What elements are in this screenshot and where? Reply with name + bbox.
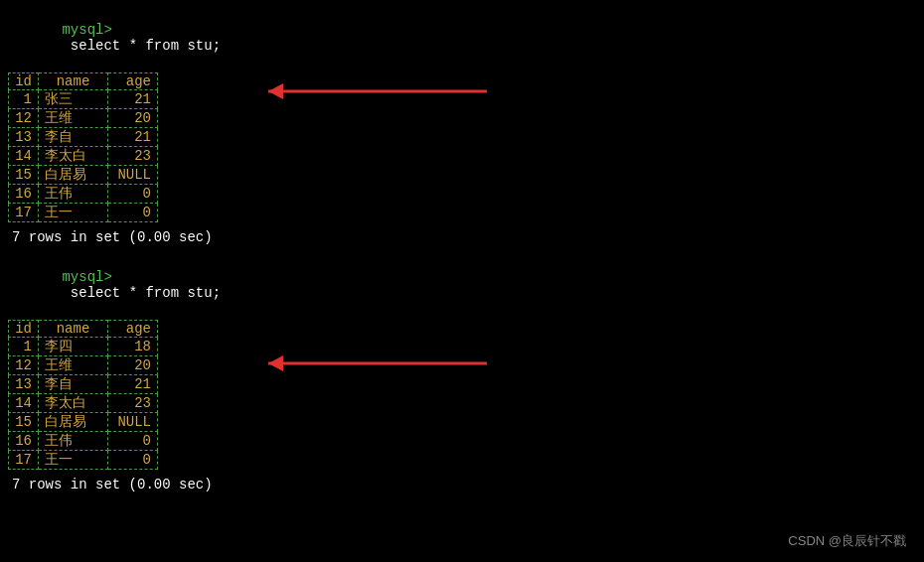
cell-age: NULL: [108, 413, 158, 432]
table-row: 16 王伟 0: [9, 185, 158, 204]
table-header-row-2: id name age: [9, 321, 158, 338]
cell-age: NULL: [108, 166, 158, 185]
csdn-watermark: CSDN @良辰针不戳: [788, 532, 906, 550]
cell-id: 13: [9, 375, 39, 394]
table-row: 16 王伟 0: [9, 432, 158, 451]
cell-id: 1: [9, 90, 39, 109]
table-row: 17 王一 0: [9, 451, 158, 470]
cell-age: 20: [108, 356, 158, 375]
table-row: 13 李自 21: [9, 375, 158, 394]
cell-id: 13: [9, 128, 39, 147]
cell-name: 白居易: [39, 166, 108, 185]
cell-id: 15: [9, 166, 39, 185]
cell-name: 王一: [39, 451, 108, 470]
cell-age: 21: [108, 375, 158, 394]
cell-name: 王伟: [39, 185, 108, 204]
cell-age: 23: [108, 394, 158, 413]
query-text-1: select * from stu;: [62, 38, 221, 54]
cell-name: 李自: [39, 375, 108, 394]
cell-age: 21: [108, 90, 158, 109]
cell-name: 李四: [39, 338, 108, 356]
header-name-2: name: [39, 321, 108, 338]
result-table-2: id name age 1 李四 18 12 王维 20 13 李自 21 14…: [8, 320, 158, 470]
cell-id: 16: [9, 432, 39, 451]
cell-name: 李自: [39, 128, 108, 147]
cell-id: 1: [9, 338, 39, 356]
cell-id: 17: [9, 451, 39, 470]
cell-age: 20: [108, 109, 158, 128]
result-summary-2: 7 rows in set (0.00 sec): [8, 477, 916, 492]
result-table-1: id name age 1 张三 21 12 王维 20 13 李自 21 14…: [8, 72, 158, 222]
cell-age: 0: [108, 432, 158, 451]
table-row: 13 李自 21: [9, 128, 158, 147]
terminal-window: mysql> select * from stu; id name age 1 …: [0, 0, 924, 562]
cell-age: 23: [108, 147, 158, 166]
header-age-1: age: [108, 73, 158, 90]
result-summary-1: 7 rows in set (0.00 sec): [8, 229, 916, 245]
cell-name: 王维: [39, 109, 108, 128]
cell-id: 12: [9, 109, 39, 128]
table-row: 1 张三 21: [9, 90, 158, 109]
cell-id: 12: [9, 356, 39, 375]
cell-age: 18: [108, 338, 158, 356]
query-block-1: mysql> select * from stu; id name age 1 …: [0, 0, 924, 245]
cell-name: 李太白: [39, 147, 108, 166]
table-row: 12 王维 20: [9, 109, 158, 128]
cell-age: 0: [108, 451, 158, 470]
cell-id: 15: [9, 413, 39, 432]
table-row: 17 王一 0: [9, 204, 158, 222]
mysql-prompt-1: mysql>: [62, 22, 111, 38]
cell-id: 14: [9, 394, 39, 413]
query-block-2: mysql> select * from stu; id name age 1 …: [0, 245, 924, 492]
header-id-2: id: [9, 321, 39, 338]
cell-age: 0: [108, 185, 158, 204]
cell-name: 李太白: [39, 394, 108, 413]
table-row: 15 白居易 NULL: [9, 166, 158, 185]
cell-age: 0: [108, 204, 158, 222]
header-name-1: name: [39, 73, 108, 90]
header-id-1: id: [9, 73, 39, 90]
table-wrapper-1: id name age 1 张三 21 12 王维 20 13 李自 21 14…: [8, 72, 158, 222]
prompt-line-2: mysql> select * from stu;: [8, 253, 916, 317]
cell-id: 14: [9, 147, 39, 166]
cell-name: 白居易: [39, 413, 108, 432]
cell-age: 21: [108, 128, 158, 147]
cell-name: 王伟: [39, 432, 108, 451]
prompt-line-1: mysql> select * from stu;: [8, 6, 916, 70]
table-row: 1 李四 18: [9, 338, 158, 356]
cell-name: 王一: [39, 204, 108, 222]
header-age-2: age: [108, 321, 158, 338]
cell-id: 16: [9, 185, 39, 204]
table-wrapper-2: id name age 1 李四 18 12 王维 20 13 李自 21 14…: [8, 320, 158, 470]
query-text-2: select * from stu;: [62, 285, 221, 301]
table-header-row-1: id name age: [9, 73, 158, 90]
cell-id: 17: [9, 204, 39, 222]
table-row: 12 王维 20: [9, 356, 158, 375]
table-row: 14 李太白 23: [9, 147, 158, 166]
table-row: 15 白居易 NULL: [9, 413, 158, 432]
table-row: 14 李太白 23: [9, 394, 158, 413]
cell-name: 王维: [39, 356, 108, 375]
cell-name: 张三: [39, 90, 108, 109]
mysql-prompt-2: mysql>: [62, 269, 111, 285]
